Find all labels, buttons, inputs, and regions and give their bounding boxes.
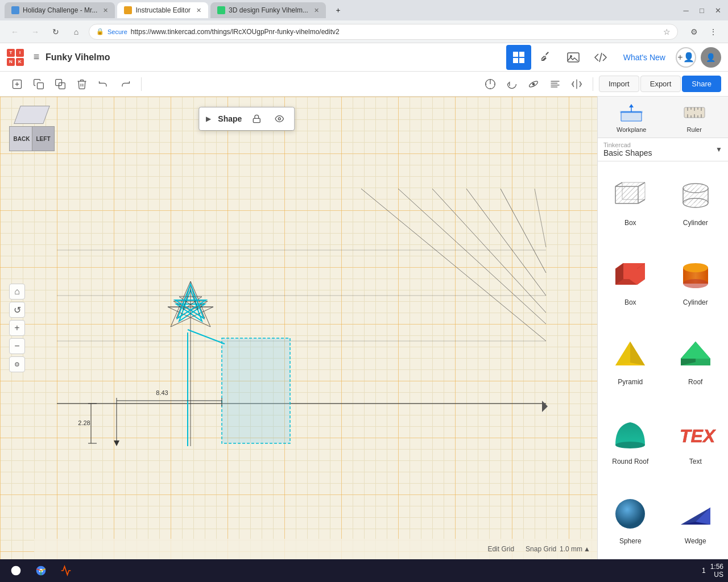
export-btn[interactable]: Export: [640, 76, 681, 92]
shape-item-wedge[interactable]: Wedge: [663, 480, 729, 559]
shape-item-cylinder-solid[interactable]: Cylinder: [663, 241, 729, 321]
edit-grid-label[interactable]: Edit Grid: [487, 545, 514, 553]
tinkercad-logo: T I N K: [7, 49, 24, 66]
forward-btn[interactable]: →: [27, 24, 43, 40]
ruler-btn[interactable]: Ruler: [665, 101, 724, 133]
taskbar-item-chrome[interactable]: [30, 562, 52, 580]
shape-name-round-roof: Round Roof: [612, 458, 648, 465]
svg-line-77: [638, 199, 645, 203]
delete-btn[interactable]: [72, 74, 92, 94]
close-btn[interactable]: ✕: [712, 5, 723, 16]
whats-new-btn[interactable]: What's New: [615, 49, 673, 65]
new-design-btn[interactable]: [7, 74, 27, 94]
menu-btn[interactable]: ⋮: [705, 24, 721, 40]
shape-item-round-roof[interactable]: Round Roof: [598, 400, 663, 480]
refresh-btn[interactable]: ↻: [48, 24, 64, 40]
tab-3-close[interactable]: ✕: [314, 7, 319, 14]
shape-item-sphere[interactable]: Sphere: [598, 480, 663, 559]
view-rotate-btn[interactable]: [502, 74, 522, 94]
taskbar-right: 1 1:56 US: [702, 563, 723, 579]
snap-value-text: 1.0 mm: [560, 545, 582, 553]
svg-marker-96: [615, 342, 630, 365]
svg-rect-74: [622, 182, 645, 199]
svg-rect-2: [513, 58, 518, 63]
shape-name-pyramid: Pyramid: [618, 378, 643, 386]
shape-item-box-wire[interactable]: Box: [598, 161, 663, 241]
snap-grid-control: Snap Grid 1.0 mm ▲: [526, 545, 590, 553]
address-bar: ← → ↻ ⌂ 🔒 Secure https://www.tinkercad.c…: [0, 20, 728, 43]
tab-2-title: Instructable Editor: [135, 6, 191, 14]
duplicate-btn[interactable]: [50, 74, 71, 94]
shape-name-sphere: Sphere: [619, 537, 642, 545]
tab-3[interactable]: 3D design Funky Vihelm... ✕: [210, 2, 326, 18]
view-align-btn[interactable]: [545, 74, 565, 94]
import-btn[interactable]: Import: [599, 76, 639, 92]
svg-line-24: [466, 189, 546, 296]
viewport[interactable]: BACK LEFT ⌂ ↺ + − ⚙ ▶ Shape: [0, 97, 597, 559]
svg-marker-95: [630, 342, 645, 365]
tab-3-title: 3D design Funky Vihelm...: [229, 6, 308, 14]
svg-text:2.28: 2.28: [78, 419, 90, 426]
hamburger-btn[interactable]: ≡: [27, 48, 46, 66]
shape-item-cylinder-wire[interactable]: Cylinder: [663, 161, 729, 241]
shape-icon-round-roof: [607, 414, 653, 454]
svg-marker-59: [629, 104, 634, 107]
gallery-btn[interactable]: [561, 45, 586, 70]
back-btn[interactable]: ←: [7, 24, 23, 40]
canvas-svg: 8.43 2.28: [0, 97, 597, 559]
shape-icon-text: TEXT TEXT: [673, 414, 718, 454]
shape-item-text[interactable]: TEXT TEXT Text: [663, 400, 729, 480]
tab-1-icon: [11, 6, 19, 14]
user-avatar[interactable]: 👤: [701, 47, 721, 68]
bookmark-icon[interactable]: ☆: [663, 27, 671, 36]
clock-time: 1:56: [710, 563, 723, 571]
copy-btn[interactable]: [28, 74, 49, 94]
taskbar-start-btn[interactable]: [5, 562, 27, 580]
right-tools: Import Export Share: [480, 74, 721, 94]
toolbar-separator: [141, 77, 142, 91]
tab-2[interactable]: Instructable Editor ✕: [117, 2, 208, 18]
shapes-dropdown-btn[interactable]: ▼: [715, 146, 722, 153]
tab-2-icon: [124, 6, 132, 14]
code-btn[interactable]: [588, 45, 613, 70]
tab-1-title: Holiday Challenge - Mr...: [23, 6, 97, 14]
svg-point-93: [683, 279, 708, 288]
url-bar[interactable]: 🔒 Secure https://www.tinkercad.com/thing…: [89, 24, 678, 40]
maximize-btn[interactable]: □: [696, 5, 708, 16]
svg-point-107: [11, 566, 21, 576]
svg-line-40: [188, 330, 225, 344]
app-header: T I N K ≡ Funky Vihelmo: [0, 43, 728, 72]
shape-item-roof[interactable]: Roof: [663, 321, 729, 400]
share-btn[interactable]: Share: [682, 76, 721, 92]
undo-btn[interactable]: [93, 74, 114, 94]
workplane-btn[interactable]: Workplane: [602, 101, 661, 133]
add-user-btn[interactable]: +👤: [676, 47, 696, 68]
svg-rect-32: [222, 338, 290, 443]
shape-item-box-solid[interactable]: Box: [598, 241, 663, 321]
view-orbit-btn[interactable]: [523, 74, 544, 94]
extensions-btn[interactable]: ⚙: [686, 24, 702, 40]
tab-3-icon: [217, 6, 225, 14]
build-btn[interactable]: [533, 45, 559, 70]
page-num: 1: [702, 567, 706, 575]
grid-view-btn[interactable]: [506, 45, 531, 70]
taskbar-item-activity[interactable]: [55, 562, 77, 580]
svg-point-12: [532, 83, 534, 85]
shape-name-text: Text: [689, 458, 702, 465]
view-home-btn[interactable]: [480, 74, 500, 94]
new-tab-btn[interactable]: ＋: [330, 2, 346, 18]
tab-2-close[interactable]: ✕: [196, 7, 201, 14]
view-mirror-btn[interactable]: [566, 74, 587, 94]
home-btn[interactable]: ⌂: [68, 24, 84, 40]
svg-rect-60: [620, 111, 643, 113]
redo-btn[interactable]: [115, 74, 135, 94]
svg-point-83: [683, 198, 708, 207]
shape-item-pyramid[interactable]: Pyramid: [598, 321, 663, 400]
svg-line-25: [500, 189, 546, 273]
title-bar: Holiday Challenge - Mr... ✕ Instructable…: [0, 0, 728, 20]
shape-icon-pyramid: [607, 335, 653, 375]
snap-value-btn[interactable]: 1.0 mm ▲: [560, 545, 590, 553]
tab-1-close[interactable]: ✕: [103, 7, 108, 14]
minimize-btn[interactable]: ─: [680, 5, 692, 16]
tab-1[interactable]: Holiday Challenge - Mr... ✕: [5, 2, 115, 18]
